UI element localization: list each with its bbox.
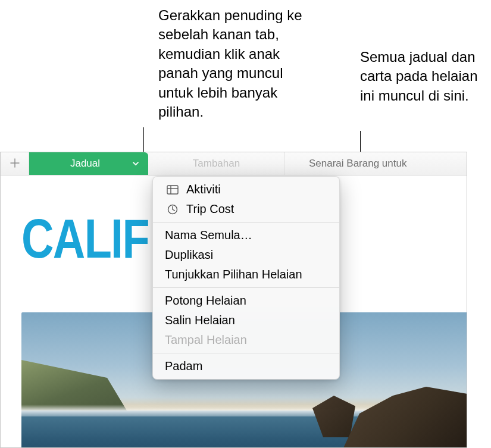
menu-separator [153, 353, 339, 353]
clock-icon [165, 203, 180, 216]
svg-rect-0 [167, 186, 178, 194]
menu-item-copy-sheet[interactable]: Salin Helaian [153, 311, 339, 330]
sheet-tab-label: Jadual [70, 158, 100, 170]
page-title: CALIF [21, 208, 149, 270]
menu-item-paste-sheet: Tampal Helaian [153, 330, 339, 350]
table-icon [165, 183, 180, 196]
add-sheet-button[interactable] [1, 152, 29, 175]
menu-item-rename[interactable]: Nama Semula… [153, 225, 339, 245]
menu-item-label: Salin Helaian [165, 314, 235, 327]
sheet-tab-active[interactable]: Jadual [29, 152, 148, 175]
menu-item-label: Potong Helaian [165, 294, 246, 308]
sheet-tab-label: Tambahan [193, 158, 240, 170]
menu-item-label: Tunjukkan Pilihan Helaian [165, 268, 302, 281]
menu-item-tripcost[interactable]: Trip Cost [153, 199, 339, 219]
callout-objects-list: Semua jadual dan carta pada helaian ini … [360, 48, 488, 105]
sheet-tab-bar: Jadual Tambahan Senarai Barang untuk [1, 152, 467, 176]
menu-item-label: Trip Cost [186, 202, 234, 216]
menu-item-label: Nama Semula… [165, 228, 252, 242]
menu-separator [153, 222, 339, 223]
sheet-tab[interactable]: Senarai Barang untuk [285, 152, 467, 175]
menu-separator [153, 287, 339, 288]
sheet-context-menu: Aktiviti Trip Cost Nama Semula… Duplikas… [152, 176, 340, 380]
menu-item-label: Aktiviti [186, 183, 221, 196]
plus-icon [10, 156, 20, 171]
menu-item-cut-sheet[interactable]: Potong Helaian [153, 291, 339, 311]
menu-item-delete[interactable]: Padam [153, 356, 339, 376]
sheet-tab-label: Senarai Barang untuk [309, 158, 406, 170]
menu-item-aktiviti[interactable]: Aktiviti [153, 180, 339, 199]
chevron-down-icon[interactable] [132, 159, 140, 168]
menu-item-duplicate[interactable]: Duplikasi [153, 245, 339, 265]
menu-item-show-options[interactable]: Tunjukkan Pilihan Helaian [153, 265, 339, 284]
callout-tab-arrow: Gerakkan penuding ke sebelah kanan tab, … [158, 6, 313, 121]
menu-item-label: Tampal Helaian [165, 333, 247, 347]
menu-item-label: Duplikasi [165, 248, 213, 262]
menu-item-label: Padam [165, 359, 202, 373]
sheet-tab[interactable]: Tambahan [148, 152, 285, 175]
